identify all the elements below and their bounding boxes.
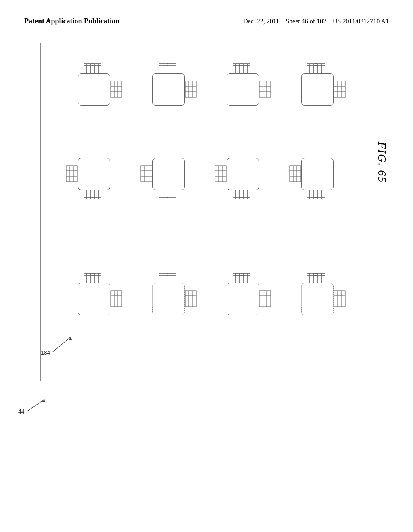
publication-title: Patent Application Publication bbox=[24, 16, 119, 26]
bottom-connector-2-2 bbox=[157, 190, 181, 202]
comp-body-3-1 bbox=[78, 283, 110, 315]
right-connector-1-4 bbox=[333, 80, 346, 98]
svg-text:184: 184 bbox=[41, 349, 50, 356]
comp-body-1-4 bbox=[301, 73, 334, 106]
svg-rect-81 bbox=[215, 166, 226, 182]
comp-body-3-3 bbox=[227, 283, 259, 315]
component-cell-3-3 bbox=[215, 273, 271, 325]
right-connector-3-3 bbox=[259, 290, 271, 308]
comp-body-2-3 bbox=[227, 158, 259, 190]
top-connector-3-3 bbox=[231, 271, 255, 283]
svg-line-1 bbox=[53, 337, 71, 352]
component-cell-2-4 bbox=[289, 148, 346, 200]
svg-rect-55 bbox=[66, 166, 77, 182]
svg-rect-141 bbox=[259, 291, 271, 307]
svg-line-160 bbox=[27, 399, 44, 411]
left-connector-2-1 bbox=[65, 165, 78, 183]
component-cell-1-3 bbox=[215, 63, 271, 116]
row-1 bbox=[41, 43, 371, 128]
comp-body-1-1 bbox=[78, 73, 110, 106]
svg-rect-154 bbox=[334, 291, 345, 307]
component-cell-1-1 bbox=[66, 63, 122, 116]
left-connector-2-4 bbox=[289, 165, 302, 183]
row-3 bbox=[41, 253, 371, 337]
page-header: Patent Application Publication Dec. 22, … bbox=[0, 0, 413, 35]
component-cell-1-2 bbox=[140, 63, 197, 116]
component-cell-2-1 bbox=[66, 148, 122, 200]
top-connector-1-2 bbox=[157, 62, 181, 74]
right-connector-3-1 bbox=[110, 290, 123, 308]
ref-44-svg: 44 bbox=[16, 393, 65, 418]
component-cell-3-4 bbox=[289, 273, 346, 325]
bottom-connector-2-4 bbox=[306, 190, 330, 202]
right-connector-3-2 bbox=[184, 290, 197, 308]
comp-body-1-2 bbox=[152, 73, 185, 106]
left-connector-2-3 bbox=[214, 165, 227, 183]
comp-body-2-1 bbox=[78, 158, 110, 190]
svg-rect-128 bbox=[185, 291, 196, 307]
svg-rect-115 bbox=[111, 291, 122, 307]
row-2 bbox=[41, 136, 371, 220]
component-cell-2-2 bbox=[140, 148, 197, 200]
top-connector-3-1 bbox=[82, 271, 106, 283]
component-cell-1-4 bbox=[289, 63, 346, 116]
bottom-connector-2-1 bbox=[82, 190, 106, 202]
svg-rect-11 bbox=[111, 81, 122, 97]
svg-rect-50 bbox=[334, 81, 345, 97]
svg-text:44: 44 bbox=[18, 408, 25, 415]
right-connector-1-3 bbox=[259, 80, 271, 98]
svg-rect-68 bbox=[141, 166, 152, 182]
right-connector-3-4 bbox=[333, 290, 346, 308]
left-connector-2-2 bbox=[140, 165, 153, 183]
svg-rect-94 bbox=[290, 166, 301, 182]
component-cell-2-3 bbox=[215, 148, 271, 200]
publication-info: Dec. 22, 2011 Sheet 46 of 102 US 2011/03… bbox=[243, 16, 389, 27]
main-content: FIG. 65 184 bbox=[24, 43, 389, 381]
ref-184-arrow-svg: 184 bbox=[39, 324, 119, 357]
right-connector-1-1 bbox=[110, 80, 123, 98]
component-cell-3-2 bbox=[140, 273, 197, 325]
comp-body-1-3 bbox=[227, 73, 259, 106]
right-connector-1-2 bbox=[184, 80, 197, 98]
top-connector-1-1 bbox=[82, 62, 106, 74]
comp-body-2-2 bbox=[152, 158, 185, 190]
top-connector-1-3 bbox=[231, 62, 255, 74]
comp-body-3-2 bbox=[152, 283, 185, 315]
top-connector-3-4 bbox=[306, 271, 330, 283]
bottom-connector-2-3 bbox=[231, 190, 255, 202]
component-cell-3-1 bbox=[66, 273, 122, 325]
svg-rect-24 bbox=[185, 81, 196, 97]
top-connector-3-2 bbox=[157, 271, 181, 283]
figure-box: FIG. 65 184 bbox=[40, 43, 371, 381]
figure-label: FIG. 65 bbox=[376, 141, 389, 183]
top-connector-1-4 bbox=[306, 62, 330, 74]
comp-body-2-4 bbox=[301, 158, 334, 190]
svg-rect-37 bbox=[259, 81, 271, 97]
comp-body-3-4 bbox=[301, 283, 334, 315]
